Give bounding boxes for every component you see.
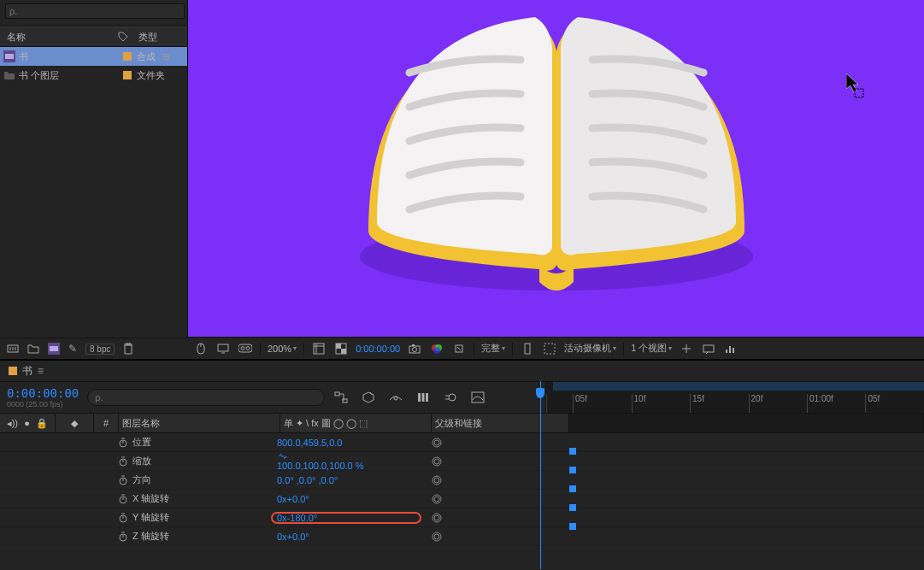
- svg-rect-33: [472, 392, 484, 403]
- property-row[interactable]: X 轴旋转0x+0.0°: [0, 490, 924, 508]
- svg-rect-23: [525, 344, 530, 354]
- svg-rect-26: [335, 392, 339, 396]
- footer-time[interactable]: 0:00:00:00: [356, 344, 400, 354]
- timeline-search-input[interactable]: [87, 389, 325, 406]
- brush-icon[interactable]: ✎: [68, 343, 77, 355]
- zoom-dropdown[interactable]: 200%▾: [268, 344, 297, 354]
- motion-blur-icon[interactable]: [443, 390, 458, 405]
- column-type-header[interactable]: 类型: [135, 31, 157, 44]
- column-name-header[interactable]: 名称: [0, 31, 118, 44]
- project-header: 名称 类型: [0, 26, 187, 47]
- graph-editor-icon[interactable]: [470, 390, 486, 405]
- channels-icon[interactable]: [429, 341, 444, 356]
- stopwatch-icon[interactable]: [118, 475, 128, 485]
- tag-icon: [118, 32, 135, 42]
- timeline-tab[interactable]: 书 ≡: [0, 361, 924, 382]
- monitor-icon[interactable]: [215, 341, 231, 356]
- svg-rect-30: [422, 393, 425, 402]
- draft3d-icon[interactable]: [361, 390, 376, 405]
- keyframe-marker[interactable]: [569, 448, 576, 455]
- keyframe-marker[interactable]: [569, 523, 576, 530]
- comp-icon: [3, 50, 15, 62]
- shy-icon[interactable]: [388, 390, 403, 405]
- property-rows: 位置800.0,459.5,0.0缩放100.0,100.0,100.0 %方向…: [0, 433, 924, 546]
- pixel-aspect-icon[interactable]: [701, 341, 716, 356]
- time-ruler[interactable]: 05f 10f 15f 20f 01:00f 05f: [546, 394, 924, 413]
- tree-icon: ⊞: [162, 51, 170, 62]
- property-value[interactable]: 0.0° ,0.0° ,0.0°: [272, 475, 421, 485]
- mouse-icon[interactable]: [193, 341, 209, 356]
- property-row[interactable]: Y 轴旋转0x-180.0°: [0, 508, 924, 527]
- property-value[interactable]: 800.0,459.5,0.0: [272, 438, 421, 448]
- eye-icon: ●: [24, 418, 30, 428]
- stopwatch-icon[interactable]: [118, 513, 128, 523]
- fast-preview-icon[interactable]: [520, 341, 535, 356]
- view-options-icon[interactable]: [679, 341, 694, 356]
- keyframe-marker[interactable]: [569, 485, 576, 492]
- quality-dropdown[interactable]: 完整▾: [481, 342, 505, 355]
- keyframe-marker[interactable]: [569, 467, 576, 473]
- transparency-icon[interactable]: [333, 341, 349, 356]
- snapshot-icon[interactable]: [407, 341, 422, 356]
- parent-header[interactable]: 父级和链接: [432, 414, 569, 432]
- stats-icon[interactable]: [723, 341, 739, 356]
- camera-dropdown[interactable]: 活动摄像机▾: [564, 342, 616, 355]
- stopwatch-icon[interactable]: [118, 438, 128, 448]
- property-row[interactable]: 方向0.0° ,0.0° ,0.0°: [0, 471, 924, 490]
- project-item-name: 书: [19, 50, 120, 63]
- layer-name-header[interactable]: 图层名称: [119, 414, 280, 432]
- composition-panel: 200%▾ 0:00:00:00 完整▾ 活动摄像机▾ 1 个视图▾: [188, 0, 924, 359]
- playhead[interactable]: [540, 381, 541, 569]
- comp-tab-label: 书: [22, 364, 32, 379]
- new-comp-icon[interactable]: [48, 343, 60, 355]
- project-item-folder[interactable]: 书 个图层 文件夹: [0, 66, 187, 85]
- property-row[interactable]: 位置800.0,459.5,0.0: [0, 433, 924, 452]
- svg-rect-18: [412, 344, 415, 346]
- interpret-icon[interactable]: [7, 343, 19, 355]
- property-value[interactable]: 0x+0.0°: [272, 532, 421, 542]
- color-label: [123, 71, 132, 79]
- svg-point-12: [241, 346, 244, 350]
- folder-icon: [3, 69, 15, 81]
- av-toggles-header: ◂)) ● 🔒: [0, 414, 56, 432]
- frame-blend-icon[interactable]: [415, 390, 431, 405]
- property-row[interactable]: Z 轴旋转0x+0.0°: [0, 527, 924, 546]
- exposure-icon[interactable]: [451, 341, 467, 356]
- property-value[interactable]: 0x-180.0°: [272, 513, 421, 523]
- guides-icon[interactable]: [542, 341, 557, 356]
- timeline-header: 0:00:00:00 0000 (25.00 fps) 05f: [0, 382, 924, 414]
- bpc-button[interactable]: 8 bpc: [85, 344, 115, 355]
- lock-icon: 🔒: [36, 418, 48, 429]
- svg-rect-29: [418, 393, 421, 402]
- views-dropdown[interactable]: 1 个视图▾: [631, 342, 672, 355]
- stopwatch-icon[interactable]: [118, 456, 128, 467]
- property-value[interactable]: 100.0,100.0,100.0 %: [272, 452, 421, 471]
- timeline-ruler-area[interactable]: 05f 10f 15f 20f 01:00f 05f: [545, 382, 924, 413]
- project-search-input[interactable]: [5, 3, 185, 19]
- viewport[interactable]: [188, 0, 924, 337]
- property-label: 位置: [132, 436, 151, 449]
- track-header: [569, 414, 924, 432]
- audio-icon: ◂)): [7, 418, 18, 429]
- property-name: 缩放: [97, 455, 272, 467]
- project-item-name: 书 个图层: [19, 69, 120, 82]
- property-label: X 轴旋转: [132, 492, 169, 505]
- folder-icon[interactable]: [27, 343, 39, 355]
- roi-icon[interactable]: [311, 341, 327, 356]
- vr-icon[interactable]: [238, 341, 253, 356]
- layer-columns-header: ◂)) ● 🔒 ◆ # 图层名称 单 ✦ \ fx 圖 ◯ ◯ ⬚ 父级和链接: [0, 414, 924, 433]
- keyframe-marker[interactable]: [569, 504, 576, 511]
- stopwatch-icon[interactable]: [118, 532, 128, 542]
- project-search-bar: [0, 0, 187, 26]
- comp-tab-icon: [9, 367, 17, 375]
- stopwatch-icon[interactable]: [118, 494, 128, 504]
- property-value[interactable]: 0x+0.0°: [272, 494, 421, 504]
- index-header: #: [94, 414, 119, 432]
- trash-icon[interactable]: [123, 343, 133, 355]
- tab-menu-icon[interactable]: ≡: [38, 365, 44, 377]
- comp-mini-flowchart-icon[interactable]: [333, 390, 349, 405]
- property-row[interactable]: 缩放100.0,100.0,100.0 %: [0, 452, 924, 471]
- project-item-comp[interactable]: 书 合成 ⊞: [0, 47, 187, 66]
- current-timecode[interactable]: 0:00:00:00: [7, 386, 79, 400]
- property-name: Y 轴旋转: [97, 511, 272, 524]
